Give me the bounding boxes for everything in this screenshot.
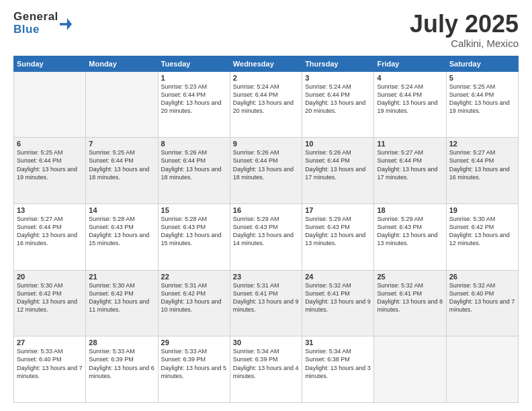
day-info: Sunrise: 5:33 AM Sunset: 6:39 PM Dayligh… xyxy=(89,347,154,380)
table-row: 12Sunrise: 5:27 AM Sunset: 6:44 PM Dayli… xyxy=(446,138,518,204)
day-info: Sunrise: 5:28 AM Sunset: 6:43 PM Dayligh… xyxy=(161,215,227,248)
day-number: 11 xyxy=(377,140,443,148)
calendar-header: Sunday Monday Tuesday Wednesday Thursday… xyxy=(14,56,519,71)
day-number: 31 xyxy=(305,338,371,347)
day-number: 28 xyxy=(89,338,154,347)
table-row: 9Sunrise: 5:26 AM Sunset: 6:44 PM Daylig… xyxy=(230,138,302,204)
table-row: 30Sunrise: 5:34 AM Sunset: 6:39 PM Dayli… xyxy=(230,336,302,403)
logo-text: General Blue xyxy=(13,11,58,36)
day-number: 9 xyxy=(233,140,299,148)
day-number: 14 xyxy=(89,206,154,214)
day-info: Sunrise: 5:34 AM Sunset: 6:38 PM Dayligh… xyxy=(305,347,371,380)
day-number: 7 xyxy=(89,140,154,148)
day-info: Sunrise: 5:31 AM Sunset: 6:42 PM Dayligh… xyxy=(161,281,227,314)
day-number: 30 xyxy=(233,338,299,347)
day-number: 10 xyxy=(305,140,371,148)
table-row: 18Sunrise: 5:29 AM Sunset: 6:43 PM Dayli… xyxy=(374,203,446,270)
calendar-week-3: 13Sunrise: 5:27 AM Sunset: 6:44 PM Dayli… xyxy=(14,203,519,270)
table-row: 21Sunrise: 5:30 AM Sunset: 6:42 PM Dayli… xyxy=(86,270,158,336)
table-row: 19Sunrise: 5:30 AM Sunset: 6:42 PM Dayli… xyxy=(446,203,518,270)
calendar-week-2: 6Sunrise: 5:25 AM Sunset: 6:44 PM Daylig… xyxy=(14,138,519,204)
day-number: 4 xyxy=(377,74,443,82)
day-number: 3 xyxy=(305,74,371,82)
table-row: 4Sunrise: 5:24 AM Sunset: 6:44 PM Daylig… xyxy=(374,71,446,138)
title-block: July 2025 Calkini, Mexico xyxy=(410,11,519,49)
day-info: Sunrise: 5:31 AM Sunset: 6:41 PM Dayligh… xyxy=(233,281,299,314)
day-info: Sunrise: 5:25 AM Sunset: 6:44 PM Dayligh… xyxy=(17,148,83,181)
table-row: 27Sunrise: 5:33 AM Sunset: 6:40 PM Dayli… xyxy=(14,336,86,403)
table-row: 2Sunrise: 5:24 AM Sunset: 6:44 PM Daylig… xyxy=(230,71,302,138)
page: General Blue July 2025 Calkini, Mexico S… xyxy=(0,0,532,411)
calendar-week-1: 1Sunrise: 5:23 AM Sunset: 6:44 PM Daylig… xyxy=(14,71,519,138)
day-info: Sunrise: 5:33 AM Sunset: 6:39 PM Dayligh… xyxy=(161,347,227,380)
col-thursday: Thursday xyxy=(302,56,374,71)
day-number: 15 xyxy=(161,206,227,214)
day-number: 13 xyxy=(17,206,83,214)
day-number: 2 xyxy=(233,74,299,82)
day-info: Sunrise: 5:24 AM Sunset: 6:44 PM Dayligh… xyxy=(305,83,371,116)
table-row: 26Sunrise: 5:32 AM Sunset: 6:40 PM Dayli… xyxy=(446,270,518,336)
day-info: Sunrise: 5:25 AM Sunset: 6:44 PM Dayligh… xyxy=(89,148,154,181)
day-info: Sunrise: 5:24 AM Sunset: 6:44 PM Dayligh… xyxy=(377,83,443,116)
col-sunday: Sunday xyxy=(14,56,86,71)
header: General Blue July 2025 Calkini, Mexico xyxy=(13,11,519,49)
day-info: Sunrise: 5:23 AM Sunset: 6:44 PM Dayligh… xyxy=(161,83,227,116)
day-info: Sunrise: 5:26 AM Sunset: 6:44 PM Dayligh… xyxy=(233,148,299,181)
calendar-table: Sunday Monday Tuesday Wednesday Thursday… xyxy=(13,56,519,403)
day-info: Sunrise: 5:26 AM Sunset: 6:44 PM Dayligh… xyxy=(161,148,227,181)
day-number: 5 xyxy=(449,74,515,82)
logo-general: General xyxy=(13,11,58,24)
table-row: 23Sunrise: 5:31 AM Sunset: 6:41 PM Dayli… xyxy=(230,270,302,336)
table-row: 25Sunrise: 5:32 AM Sunset: 6:41 PM Dayli… xyxy=(374,270,446,336)
table-row: 29Sunrise: 5:33 AM Sunset: 6:39 PM Dayli… xyxy=(158,336,230,403)
day-info: Sunrise: 5:26 AM Sunset: 6:44 PM Dayligh… xyxy=(305,148,371,181)
table-row xyxy=(374,336,446,403)
day-number: 22 xyxy=(161,273,227,281)
day-number: 26 xyxy=(449,273,515,281)
day-number: 27 xyxy=(17,338,83,347)
table-row: 5Sunrise: 5:25 AM Sunset: 6:44 PM Daylig… xyxy=(446,71,518,138)
day-number: 23 xyxy=(233,273,299,281)
table-row: 6Sunrise: 5:25 AM Sunset: 6:44 PM Daylig… xyxy=(14,138,86,204)
table-row xyxy=(446,336,518,403)
table-row: 13Sunrise: 5:27 AM Sunset: 6:44 PM Dayli… xyxy=(14,203,86,270)
table-row xyxy=(86,71,158,138)
day-number: 21 xyxy=(89,273,154,281)
logo-blue: Blue xyxy=(13,24,58,36)
day-number: 25 xyxy=(377,273,443,281)
table-row: 16Sunrise: 5:29 AM Sunset: 6:43 PM Dayli… xyxy=(230,203,302,270)
day-info: Sunrise: 5:32 AM Sunset: 6:41 PM Dayligh… xyxy=(377,281,443,314)
day-info: Sunrise: 5:32 AM Sunset: 6:41 PM Dayligh… xyxy=(305,281,371,314)
calendar-week-4: 20Sunrise: 5:30 AM Sunset: 6:42 PM Dayli… xyxy=(14,270,519,336)
day-info: Sunrise: 5:27 AM Sunset: 6:44 PM Dayligh… xyxy=(17,215,83,248)
logo: General Blue xyxy=(13,11,72,36)
table-row: 10Sunrise: 5:26 AM Sunset: 6:44 PM Dayli… xyxy=(302,138,374,204)
day-info: Sunrise: 5:32 AM Sunset: 6:40 PM Dayligh… xyxy=(449,281,515,314)
logo-icon xyxy=(60,18,72,30)
day-number: 29 xyxy=(161,338,227,347)
calendar-body: 1Sunrise: 5:23 AM Sunset: 6:44 PM Daylig… xyxy=(14,71,519,402)
day-info: Sunrise: 5:33 AM Sunset: 6:40 PM Dayligh… xyxy=(17,347,83,380)
day-info: Sunrise: 5:30 AM Sunset: 6:42 PM Dayligh… xyxy=(17,281,83,314)
day-number: 1 xyxy=(161,74,227,82)
table-row: 22Sunrise: 5:31 AM Sunset: 6:42 PM Dayli… xyxy=(158,270,230,336)
table-row: 31Sunrise: 5:34 AM Sunset: 6:38 PM Dayli… xyxy=(302,336,374,403)
day-info: Sunrise: 5:34 AM Sunset: 6:39 PM Dayligh… xyxy=(233,347,299,380)
col-saturday: Saturday xyxy=(446,56,518,71)
day-info: Sunrise: 5:24 AM Sunset: 6:44 PM Dayligh… xyxy=(233,83,299,116)
col-tuesday: Tuesday xyxy=(158,56,230,71)
table-row: 1Sunrise: 5:23 AM Sunset: 6:44 PM Daylig… xyxy=(158,71,230,138)
day-info: Sunrise: 5:29 AM Sunset: 6:43 PM Dayligh… xyxy=(233,215,299,248)
day-info: Sunrise: 5:29 AM Sunset: 6:43 PM Dayligh… xyxy=(305,215,371,248)
table-row: 20Sunrise: 5:30 AM Sunset: 6:42 PM Dayli… xyxy=(14,270,86,336)
day-number: 16 xyxy=(233,206,299,214)
day-info: Sunrise: 5:27 AM Sunset: 6:44 PM Dayligh… xyxy=(377,148,443,181)
col-wednesday: Wednesday xyxy=(230,56,302,71)
table-row: 7Sunrise: 5:25 AM Sunset: 6:44 PM Daylig… xyxy=(86,138,158,204)
day-number: 19 xyxy=(449,206,515,214)
day-number: 6 xyxy=(17,140,83,148)
day-number: 18 xyxy=(377,206,443,214)
day-number: 17 xyxy=(305,206,371,214)
table-row xyxy=(14,71,86,138)
day-info: Sunrise: 5:25 AM Sunset: 6:44 PM Dayligh… xyxy=(449,83,515,116)
